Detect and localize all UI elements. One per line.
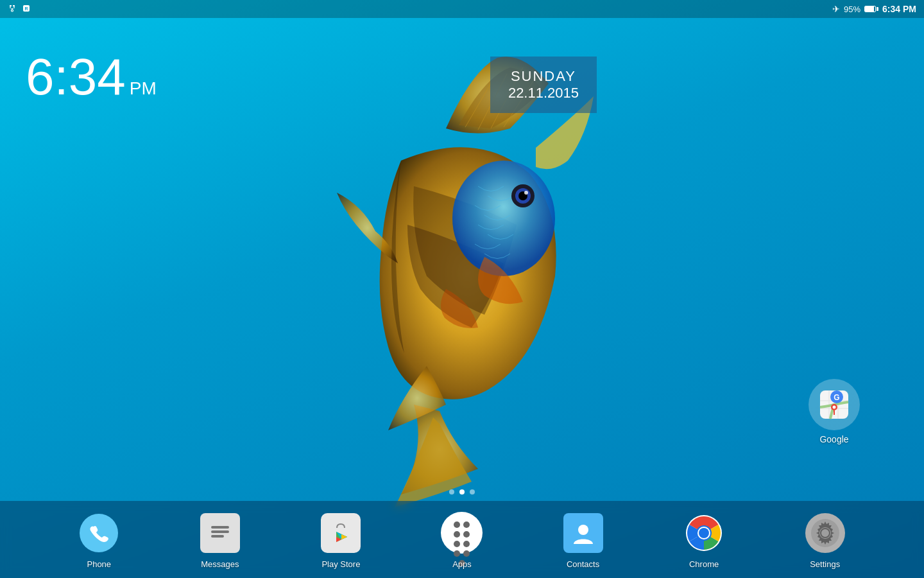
google-maps-label: Google	[819, 434, 848, 444]
clock-ampm: PM	[130, 80, 157, 98]
taskbar: Phone Messages	[0, 501, 924, 578]
apps-dot-1	[454, 521, 460, 528]
svg-rect-28	[211, 535, 224, 538]
svg-point-31	[578, 525, 588, 535]
apps-icon	[441, 512, 483, 554]
apps-dot-7	[454, 550, 460, 557]
playstore-icon-wrap	[318, 511, 363, 556]
chrome-icon-wrap	[681, 511, 726, 556]
status-time: 6:34 PM	[882, 4, 916, 14]
svg-point-11	[524, 191, 528, 195]
apps-dot-2	[463, 521, 470, 528]
playstore-icon	[321, 513, 361, 553]
phone-icon	[80, 514, 118, 552]
chrome-label: Chrome	[689, 559, 719, 569]
svg-text:G: G	[834, 393, 839, 402]
contacts-label: Contacts	[567, 559, 599, 569]
status-bar: R ✈ 95% 6:34 PM	[0, 0, 924, 18]
settings-icon-wrap	[803, 511, 848, 556]
svg-point-24	[833, 406, 836, 409]
notification-icon: R	[22, 4, 31, 15]
page-dot-2	[459, 489, 465, 495]
apps-dot-5	[454, 541, 460, 547]
chrome-icon	[684, 513, 724, 553]
contacts-icon	[563, 513, 603, 553]
airplane-icon: ✈	[832, 4, 840, 14]
apps-dot-4	[463, 531, 470, 538]
messages-icon	[200, 513, 240, 553]
page-indicator	[449, 489, 475, 495]
svg-point-35	[699, 528, 709, 538]
svg-point-7	[452, 161, 555, 276]
apps-app[interactable]: Apps	[433, 511, 491, 569]
clock-widget: 6:34 PM	[26, 51, 157, 103]
clock-hours-minutes: 6:34	[26, 51, 126, 103]
battery-percent: 95%	[844, 4, 860, 14]
page-dot-3	[470, 489, 475, 495]
settings-icon	[805, 513, 845, 553]
messages-icon-wrap	[198, 511, 243, 556]
messages-label: Messages	[201, 559, 239, 569]
date-day: SUNDAY	[508, 68, 579, 85]
chrome-app[interactable]: Chrome	[675, 511, 733, 569]
messages-app[interactable]: Messages	[191, 511, 249, 569]
playstore-label: Play Store	[321, 559, 360, 569]
phone-app[interactable]: Phone	[70, 511, 128, 569]
svg-text:R: R	[24, 6, 28, 11]
apps-dot-8	[463, 550, 470, 557]
phone-icon-wrap	[76, 511, 121, 556]
settings-label: Settings	[810, 559, 840, 569]
battery-icon	[864, 4, 878, 14]
playstore-app[interactable]: Play Store	[312, 511, 370, 569]
date-widget: SUNDAY 22.11.2015	[490, 57, 597, 113]
apps-label: Apps	[452, 559, 472, 569]
svg-rect-4	[13, 5, 15, 6]
contacts-icon-wrap	[561, 511, 606, 556]
date-full: 22.11.2015	[508, 85, 579, 101]
contacts-app[interactable]: Contacts	[554, 511, 612, 569]
google-maps-icon-bg: G	[809, 379, 860, 430]
svg-rect-29	[327, 519, 355, 547]
page-dot-1	[449, 489, 454, 495]
svg-rect-26	[211, 526, 229, 529]
phone-label: Phone	[87, 559, 111, 569]
clock-time-display: 6:34 PM	[26, 51, 157, 103]
apps-dot-3	[454, 531, 460, 538]
apps-icon-wrap	[440, 511, 484, 556]
apps-dot-6	[463, 541, 470, 547]
google-maps-app-icon[interactable]: G Google	[809, 379, 860, 444]
svg-rect-27	[211, 530, 229, 533]
usb-icon	[8, 4, 17, 15]
status-right-area: ✈ 95% 6:34 PM	[832, 4, 916, 14]
settings-app[interactable]: Settings	[796, 511, 854, 569]
svg-rect-3	[10, 5, 12, 6]
status-left-icons: R	[8, 4, 31, 15]
svg-point-0	[12, 10, 13, 12]
